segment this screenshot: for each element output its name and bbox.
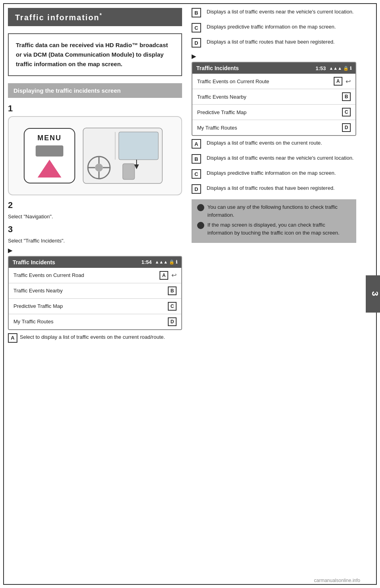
menu-button-rect bbox=[36, 145, 63, 157]
chapter-number: 3 bbox=[370, 291, 380, 297]
chapter-tab: 3 bbox=[366, 275, 380, 313]
right-text-a: Displays a list of traffic events on the… bbox=[207, 139, 322, 147]
badge-c-1: C bbox=[168, 302, 177, 311]
screen-1-row-a[interactable]: Traffic Events on Current Road A ↩ bbox=[9, 268, 181, 283]
right-label-b2: B bbox=[192, 154, 201, 164]
signal-icon-2: ▲▲▲ 🔒 ℹ bbox=[329, 66, 352, 71]
step-2-num: 2 bbox=[8, 200, 182, 210]
step-2-number: 2 bbox=[8, 200, 13, 210]
screen-1-row-b-text: Traffic Events Nearby bbox=[13, 288, 63, 294]
right-label-d: D bbox=[192, 38, 201, 48]
right-label-row-b: B Displays a list of traffic events near… bbox=[192, 8, 356, 17]
right-text-d: Displays a list of traffic routes that h… bbox=[207, 38, 334, 46]
screen-2-row-c-text: Predictive Traffic Map bbox=[197, 109, 247, 115]
screen-1-row-d[interactable]: My Traffic Routes D bbox=[9, 314, 181, 329]
screen-2-header-right: 1:53 ▲▲▲ 🔒 ℹ bbox=[315, 65, 352, 71]
right-section-c: C Displays predictive traffic informatio… bbox=[192, 23, 356, 32]
right-label-row-a: A Displays a list of traffic events on t… bbox=[192, 139, 356, 149]
menu-arrow-up bbox=[38, 160, 61, 178]
badge-b-2: B bbox=[342, 92, 351, 101]
right-text-b2: Displays a list of traffic events near t… bbox=[207, 154, 353, 162]
right-column: B Displays a list of traffic events near… bbox=[192, 8, 356, 347]
right-label-c: C bbox=[192, 23, 201, 32]
right-text-d2: Displays a list of traffic routes that h… bbox=[207, 184, 334, 192]
badge-a-1: A bbox=[160, 271, 168, 280]
badge-d-1: D bbox=[168, 317, 177, 326]
signal-icon-1: ▲▲▲ 🔒 ℹ bbox=[155, 260, 177, 265]
screen-1-header-right: 1:54 ▲▲▲ 🔒 ℹ bbox=[141, 259, 177, 265]
right-section-d: D Displays a list of traffic routes that… bbox=[192, 38, 356, 48]
note-text-2: If the map screen is displayed, you can … bbox=[207, 221, 351, 237]
right-label-a: A bbox=[192, 139, 201, 149]
screen-1-row-c[interactable]: Predictive Traffic Map C bbox=[9, 299, 181, 314]
step-3-number: 3 bbox=[8, 224, 13, 234]
screen-1-row-a-text: Traffic Events on Current Road bbox=[13, 272, 84, 278]
screen-1-time: 1:54 bbox=[141, 259, 152, 265]
screen-2-header: Traffic Incidents 1:53 ▲▲▲ 🔒 ℹ bbox=[192, 63, 355, 74]
right-label-row-c2: C Displays predictive traffic informatio… bbox=[192, 169, 356, 179]
watermark: carmanualsonline.info bbox=[314, 578, 360, 583]
badge-c-2: C bbox=[342, 108, 351, 116]
right-section-b: B Displays a list of traffic events near… bbox=[192, 8, 356, 17]
page-title: Traffic information bbox=[15, 13, 100, 22]
title-asterisk: * bbox=[100, 12, 103, 18]
note-bullet-2 bbox=[197, 222, 204, 229]
left-column: Traffic information* Traffic data can be… bbox=[8, 8, 182, 347]
note-bullet-1 bbox=[197, 204, 204, 211]
right-label-row-d2: D Displays a list of traffic routes that… bbox=[192, 184, 356, 194]
right-label-row-c: C Displays predictive traffic informatio… bbox=[192, 23, 356, 32]
right-arrow: ▶ bbox=[192, 53, 355, 59]
step-3-num: 3 bbox=[8, 224, 182, 235]
svg-point-3 bbox=[95, 164, 103, 172]
bottom-label-a-row: A Select to display a list of traffic ev… bbox=[8, 333, 182, 343]
menu-illustration: MENU bbox=[24, 124, 166, 187]
right-text-c2: Displays predictive traffic information … bbox=[207, 169, 336, 177]
screen-2-row-d-text: My Traffic Routes bbox=[197, 125, 237, 131]
svg-rect-1 bbox=[119, 132, 158, 160]
right-label-row-d: D Displays a list of traffic routes that… bbox=[192, 38, 356, 48]
screen-1-row-c-text: Predictive Traffic Map bbox=[13, 303, 63, 309]
right-text-c: Displays predictive traffic information … bbox=[207, 23, 336, 31]
screen-2-row-b[interactable]: Traffic Events Nearby B bbox=[192, 89, 355, 105]
sub-heading-box: Displaying the traffic incidents screen bbox=[8, 83, 182, 98]
menu-illustration-box: MENU bbox=[8, 116, 182, 195]
screen-1-title: Traffic Incidents bbox=[13, 259, 55, 265]
screen-mock-1: Traffic Incidents 1:54 ▲▲▲ 🔒 ℹ Traffic E… bbox=[8, 256, 182, 330]
note-item-1: You can use any of the following functio… bbox=[197, 203, 351, 219]
screen-1-header: Traffic Incidents 1:54 ▲▲▲ 🔒 ℹ bbox=[9, 257, 181, 268]
screen-2-row-c[interactable]: Predictive Traffic Map C bbox=[192, 105, 355, 120]
menu-label: MENU bbox=[38, 134, 62, 142]
screen-2-row-a-text: Traffic Events on Current Route bbox=[197, 78, 269, 84]
car-dashboard-svg bbox=[79, 124, 166, 187]
screen-mock-2: Traffic Incidents 1:53 ▲▲▲ 🔒 ℹ Traffic E… bbox=[192, 62, 356, 136]
step-1-num: 1 bbox=[8, 103, 182, 114]
step-2-desc: Select "Navigation". bbox=[8, 213, 182, 221]
info-box-text: Traffic data can be received via HD Radi… bbox=[16, 42, 168, 67]
screen-2-title: Traffic Incidents bbox=[196, 65, 239, 71]
screen-2-row-d[interactable]: My Traffic Routes D bbox=[192, 120, 355, 135]
svg-rect-9 bbox=[115, 132, 116, 160]
back-arrow-1[interactable]: ↩ bbox=[171, 271, 177, 279]
screen-2-row-b-text: Traffic Events Nearby bbox=[197, 94, 246, 100]
notes-box: You can use any of the following functio… bbox=[192, 199, 356, 243]
screen-2-row-a[interactable]: Traffic Events on Current Route A ↩ bbox=[192, 74, 355, 89]
right-section-d2: D Displays a list of traffic routes that… bbox=[192, 184, 356, 194]
badge-a-2: A bbox=[334, 77, 342, 86]
step-arrow: ▶ bbox=[8, 247, 180, 254]
right-label-b: B bbox=[192, 8, 201, 17]
info-box: Traffic data can be received via HD Radi… bbox=[8, 33, 182, 76]
badge-b-1: B bbox=[168, 286, 177, 295]
right-label-d2: D bbox=[192, 184, 201, 194]
right-section-a: A Displays a list of traffic events on t… bbox=[192, 139, 356, 149]
sub-heading-text: Displaying the traffic incidents screen bbox=[13, 87, 121, 94]
right-section-c2: C Displays predictive traffic informatio… bbox=[192, 169, 356, 179]
bottom-section-label-a: A bbox=[8, 333, 17, 343]
back-arrow-2[interactable]: ↩ bbox=[346, 78, 351, 85]
note-item-2: If the map screen is displayed, you can … bbox=[197, 221, 351, 237]
right-label-row-b2: B Displays a list of traffic events near… bbox=[192, 154, 356, 164]
badge-d-2: D bbox=[342, 123, 351, 132]
right-label-c2: C bbox=[192, 169, 201, 179]
screen-1-row-b[interactable]: Traffic Events Nearby B bbox=[9, 283, 181, 299]
note-text-1: You can use any of the following functio… bbox=[207, 203, 351, 219]
svg-rect-8 bbox=[123, 164, 135, 179]
